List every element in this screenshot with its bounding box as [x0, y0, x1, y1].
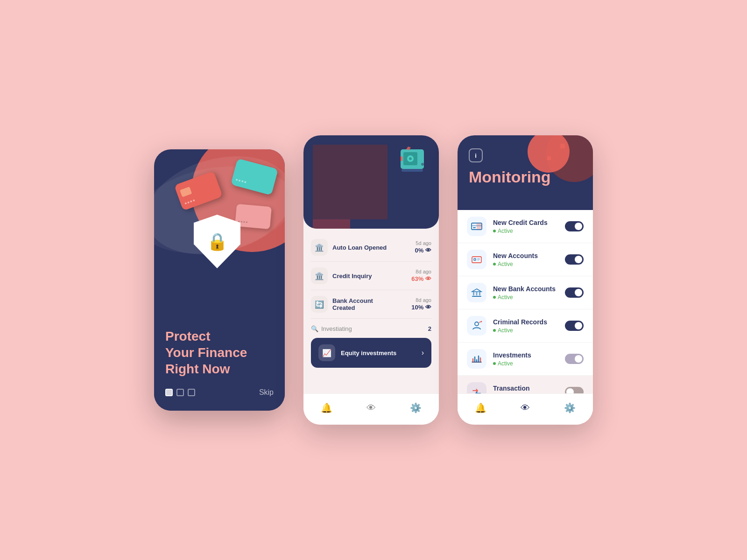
s3-nav-eye-icon[interactable]: 👁: [517, 401, 534, 415]
tx-name-2: Credit Inquiry: [332, 273, 411, 280]
status-dot-active: [493, 362, 496, 365]
shield-icon: 🔒: [194, 215, 240, 268]
screens-container: 🔒 Protect Your Finance Right Now Skip: [154, 135, 593, 425]
skip-button[interactable]: Skip: [259, 388, 274, 397]
svg-point-6: [421, 163, 424, 166]
tx-pct-1: 0% 👁: [415, 247, 431, 254]
tx-stats-3: 8d ago 10% 👁: [411, 297, 431, 311]
svg-rect-11: [472, 257, 481, 263]
monitoring-screen: i Monitoring New Credit Cards: [458, 135, 593, 425]
toggle-new-credit-cards[interactable]: [565, 221, 584, 231]
item-status-investments: Active: [493, 360, 565, 367]
s3-nav-settings-icon[interactable]: ⚙️: [560, 400, 579, 415]
vault-icon: [397, 145, 430, 177]
chevron-right-icon: ›: [422, 349, 424, 357]
svg-rect-18: [479, 292, 480, 295]
transaction-item-3[interactable]: 🔄 Bank AccountCreated 8d ago 10% 👁: [311, 290, 431, 319]
deco-square1: [560, 144, 565, 148]
item-text-new-accounts: New Accounts Active: [493, 252, 565, 267]
item-status-new-bank-accounts: Active: [493, 294, 565, 301]
svg-rect-9: [473, 227, 476, 228]
status-dot-active: [493, 296, 496, 299]
investment-card[interactable]: 📈 Equity investments ›: [311, 338, 431, 368]
tx-name-3: Bank AccountCreated: [332, 297, 411, 311]
search-label: 🔍 Investiating: [311, 325, 352, 332]
svg-rect-4: [401, 156, 402, 161]
nav-settings-icon[interactable]: ⚙️: [406, 400, 425, 415]
onboarding-title: Protect Your Finance Right Now: [165, 328, 274, 377]
transactions-list: 🏛️ Auto Loan Opened 5d ago 0% 👁 🏛️ Credi…: [311, 233, 431, 319]
info-button[interactable]: i: [469, 148, 483, 162]
toggle-investments[interactable]: [565, 354, 584, 364]
dashboard-screen: 👤 Hi Alex, Your finance protected 5829 f…: [303, 135, 439, 425]
new-accounts-icon: [467, 250, 486, 269]
screen1-background: 🔒: [154, 149, 285, 299]
credit-card-icon: [467, 217, 486, 236]
status-text: Active: [498, 294, 513, 301]
monitoring-item-new-accounts[interactable]: New Accounts Active: [458, 243, 593, 276]
item-name-new-credit-cards: New Credit Cards: [493, 219, 565, 226]
deco-square2: [547, 156, 551, 160]
svg-point-3: [409, 157, 412, 160]
tx-pct-2: 63% 👁: [411, 275, 431, 282]
status-text: Active: [498, 360, 513, 367]
toggle-knob: [575, 289, 582, 296]
svg-point-22: [481, 321, 482, 322]
monitoring-header: i Monitoring: [458, 135, 593, 210]
monitoring-item-criminal-records[interactable]: Criminal Records Active: [458, 309, 593, 343]
toggle-new-accounts[interactable]: [565, 254, 584, 265]
tx-time-1: 5d ago: [415, 240, 431, 246]
s2-bg-circle2: [313, 219, 350, 229]
pagination-dots: [165, 389, 195, 396]
s3-nav-bell-icon[interactable]: 🔔: [471, 400, 490, 415]
monitoring-item-investments[interactable]: Investments Active: [458, 343, 593, 376]
svg-rect-13: [477, 259, 480, 259]
tx-transfer-icon: 🔄: [311, 296, 328, 313]
item-status-new-accounts: Active: [493, 261, 565, 267]
toggle-knob: [575, 322, 582, 329]
tx-stats-2: 8d ago 63% 👁: [411, 269, 431, 283]
svg-marker-15: [472, 289, 481, 292]
toggle-new-bank-accounts[interactable]: [565, 287, 584, 298]
nav-bell-icon[interactable]: 🔔: [317, 400, 336, 415]
dot-1: [176, 389, 184, 396]
transaction-item[interactable]: 🏛️ Auto Loan Opened 5d ago 0% 👁: [311, 233, 431, 262]
tx-time-3: 8d ago: [411, 297, 431, 303]
item-text-criminal-records: Criminal Records Active: [493, 318, 565, 334]
tx-time-2: 8d ago: [411, 269, 431, 274]
item-name-transaction: Transaction: [493, 385, 565, 392]
toggle-knob: [575, 223, 582, 230]
search-row: 🔍 Investiating 2: [311, 322, 431, 335]
s2-bg-circle1: [313, 145, 388, 219]
svg-rect-14: [477, 260, 479, 261]
transaction-item-2[interactable]: 🏛️ Credit Inquiry 8d ago 63% 👁: [311, 262, 431, 290]
monitoring-bottom-nav: 🔔 👁 ⚙️: [458, 393, 593, 425]
toggle-knob: [575, 256, 582, 263]
monitoring-item-new-credit-cards[interactable]: New Credit Cards Active: [458, 210, 593, 243]
nav-eye-icon[interactable]: 👁: [363, 401, 380, 415]
invest-name: Equity investments: [341, 350, 422, 357]
item-text-new-bank-accounts: New Bank Accounts Active: [493, 285, 565, 301]
status-text: Active: [498, 261, 513, 267]
svg-rect-17: [476, 292, 478, 295]
svg-rect-10: [477, 223, 481, 230]
search-icon: 🔍: [311, 325, 318, 332]
screen1-content: Protect Your Finance Right Now Skip: [154, 319, 285, 411]
toggle-criminal-records[interactable]: [565, 321, 584, 331]
lock-icon: 🔒: [207, 232, 228, 252]
onboarding-screen: 🔒 Protect Your Finance Right Now Skip: [154, 149, 285, 411]
toggle-knob: [575, 355, 582, 363]
bank-icon: [467, 283, 486, 302]
status-text: Active: [498, 228, 513, 234]
monitoring-item-new-bank-accounts[interactable]: New Bank Accounts Active: [458, 276, 593, 309]
status-dot-active: [493, 230, 496, 232]
investing-section: 🔍 Investiating 2 📈 Equity investments ›: [311, 322, 431, 368]
status-dot-active: [493, 329, 496, 332]
tx-name-1: Auto Loan Opened: [332, 244, 415, 251]
shield-wrapper: 🔒: [194, 215, 245, 271]
criminal-records-icon: [467, 316, 486, 336]
svg-rect-19: [472, 296, 481, 297]
svg-rect-16: [473, 292, 474, 295]
item-name-new-accounts: New Accounts: [493, 252, 565, 259]
onboarding-footer: Skip: [165, 388, 274, 397]
